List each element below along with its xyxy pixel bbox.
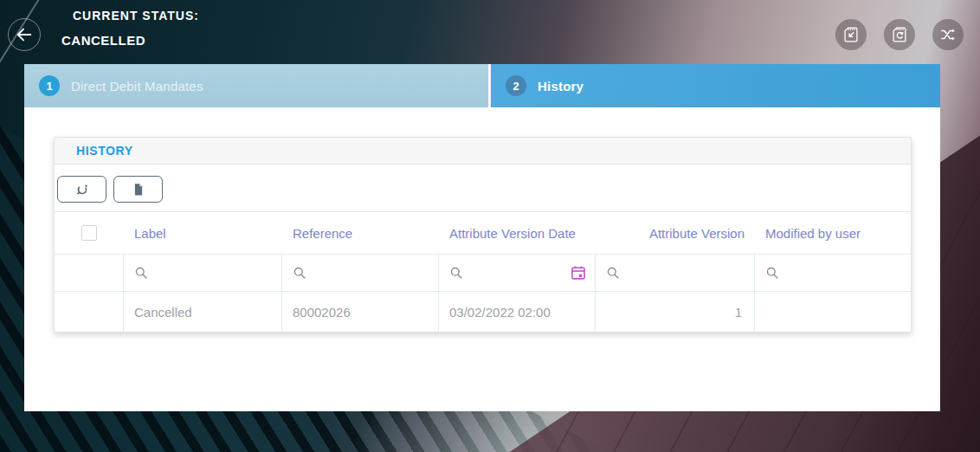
- column-header-attribute-version-date[interactable]: Attribute Version Date: [439, 212, 596, 254]
- save-refresh-button[interactable]: [884, 19, 915, 50]
- filter-input-label[interactable]: [124, 255, 282, 291]
- app-window: CURRENT STATUS: CANCELLED: [0, 0, 980, 452]
- select-all-cell: [55, 212, 124, 254]
- filter-input-reference[interactable]: [282, 255, 439, 291]
- filter-cell-empty: [55, 255, 124, 291]
- back-button[interactable]: [8, 18, 41, 51]
- status-label: CURRENT STATUS:: [73, 9, 199, 23]
- shuffle-icon: [938, 25, 957, 44]
- cell-attribute-version: 1: [596, 292, 755, 332]
- card-header: HISTORY: [55, 138, 911, 165]
- tab-number-badge: 2: [506, 75, 526, 96]
- column-header-modified-by-user[interactable]: Modified by user: [755, 212, 910, 254]
- column-header-reference[interactable]: Reference: [282, 212, 439, 254]
- cell-modified-by-user: [755, 292, 910, 332]
- table-filter-row: [55, 255, 911, 292]
- search-icon: [765, 266, 780, 281]
- current-status: CURRENT STATUS: CANCELLED: [61, 9, 199, 48]
- save-refresh-icon: [890, 25, 909, 44]
- refresh-button[interactable]: [57, 176, 106, 203]
- arrow-left-icon: [15, 25, 34, 44]
- status-value: CANCELLED: [61, 33, 199, 48]
- save-arrow-icon: [841, 25, 861, 44]
- filter-input-attribute-version-date[interactable]: [439, 255, 596, 291]
- cell-reference: 80002026: [282, 292, 439, 332]
- content-panel: HISTORY: [24, 107, 940, 411]
- search-icon: [293, 266, 307, 281]
- table-row[interactable]: Cancelled 80002026 03/02/2022 02:00 1: [55, 292, 911, 332]
- new-document-button[interactable]: [113, 176, 163, 203]
- search-icon: [449, 266, 464, 281]
- row-checkbox-cell: [55, 292, 124, 332]
- header: CURRENT STATUS: CANCELLED: [0, 0, 980, 64]
- save-exit-button[interactable]: [835, 19, 867, 50]
- column-header-label[interactable]: Label: [124, 212, 282, 254]
- card-toolbar: [55, 165, 911, 212]
- table-header-row: Label Reference Attribute Version Date A…: [55, 212, 911, 255]
- calendar-icon[interactable]: [571, 265, 586, 281]
- shuffle-button[interactable]: [932, 19, 964, 50]
- filter-input-modified-by-user[interactable]: [755, 255, 910, 291]
- history-card: HISTORY: [54, 137, 912, 333]
- filter-input-attribute-version[interactable]: [596, 255, 755, 291]
- search-icon: [134, 266, 149, 281]
- file-icon: [131, 182, 146, 197]
- search-icon: [606, 266, 621, 281]
- header-actions: [835, 19, 964, 50]
- tab-number-badge: 1: [39, 75, 60, 96]
- tab-history[interactable]: 2 History: [491, 64, 940, 107]
- select-all-checkbox[interactable]: [81, 225, 97, 241]
- column-header-attribute-version[interactable]: Attribute Version: [596, 212, 755, 254]
- tab-label: Direct Debit Mandates: [71, 79, 203, 94]
- refresh-icon: [74, 182, 90, 197]
- tab-direct-debit-mandates[interactable]: 1 Direct Debit Mandates: [24, 64, 488, 107]
- card-title: HISTORY: [76, 144, 133, 158]
- cell-label: Cancelled: [124, 292, 282, 332]
- tab-label: History: [538, 79, 583, 94]
- wizard-tabs: 1 Direct Debit Mandates 2 History: [24, 64, 940, 107]
- history-table: Label Reference Attribute Version Date A…: [55, 212, 911, 332]
- cell-attribute-version-date: 03/02/2022 02:00: [439, 292, 596, 332]
